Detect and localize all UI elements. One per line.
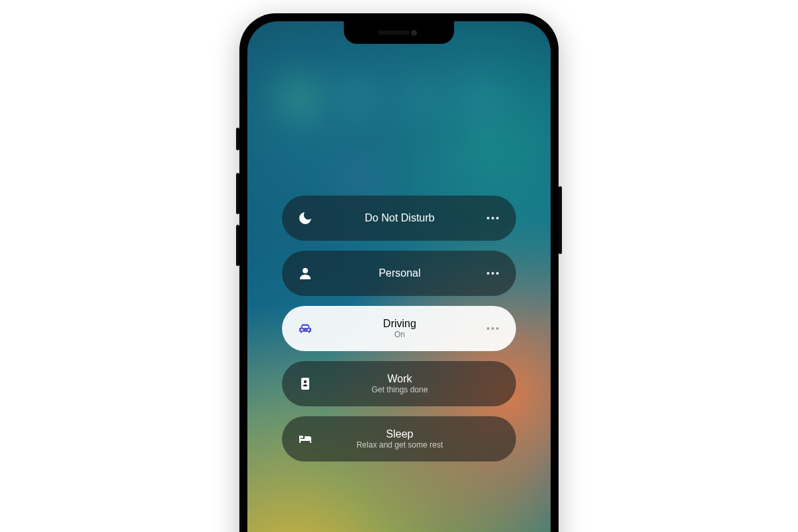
more-options-button[interactable] xyxy=(484,209,501,227)
focus-item-driving[interactable]: Driving On xyxy=(282,306,516,351)
badge-icon xyxy=(295,374,315,394)
volume-down-button[interactable] xyxy=(236,225,239,266)
focus-item-label: Sleep xyxy=(386,428,414,440)
focus-item-subtitle: On xyxy=(394,331,405,339)
more-options-button[interactable] xyxy=(484,265,501,282)
focus-item-sleep[interactable]: Sleep Relax and get some rest xyxy=(282,416,516,462)
silence-switch[interactable] xyxy=(236,128,239,150)
more-options-button[interactable] xyxy=(484,320,501,337)
focus-item-personal[interactable]: Personal xyxy=(282,251,516,296)
display-notch xyxy=(344,21,454,44)
focus-item-do-not-disturb[interactable]: Do Not Disturb xyxy=(282,196,516,241)
focus-item-subtitle: Get things done xyxy=(372,386,428,394)
focus-item-label: Do Not Disturb xyxy=(365,212,435,224)
focus-item-label: Work xyxy=(387,373,412,385)
volume-up-button[interactable] xyxy=(236,173,239,214)
focus-item-work[interactable]: Work Get things done xyxy=(282,361,516,406)
focus-item-label: Driving xyxy=(383,318,416,330)
phone-screen: Do Not Disturb Personal xyxy=(247,21,551,532)
iphone-frame: Do Not Disturb Personal xyxy=(239,13,559,532)
car-icon xyxy=(295,319,315,338)
svg-point-0 xyxy=(303,268,308,273)
focus-modes-panel: Do Not Disturb Personal xyxy=(282,196,516,462)
person-icon xyxy=(295,263,315,283)
side-button[interactable] xyxy=(559,186,562,254)
bed-icon xyxy=(295,429,315,449)
svg-rect-1 xyxy=(301,378,309,390)
moon-icon xyxy=(295,208,315,228)
focus-item-subtitle: Relax and get some rest xyxy=(356,441,443,450)
focus-item-label: Personal xyxy=(378,267,420,279)
